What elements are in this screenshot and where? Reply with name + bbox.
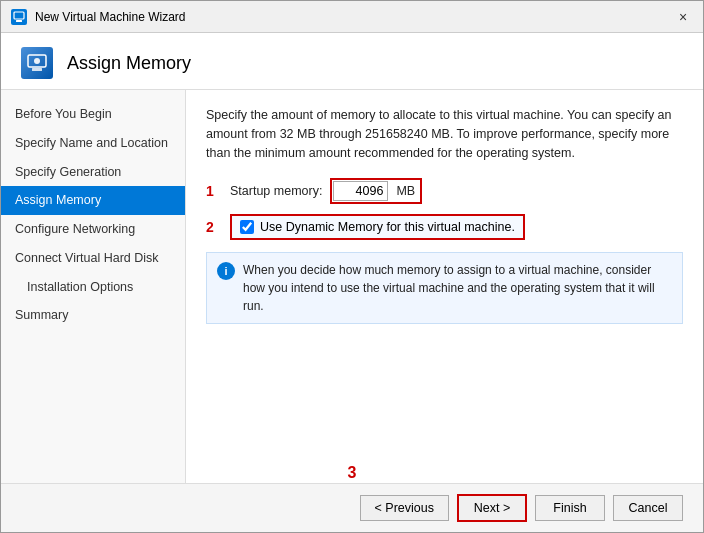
step-1-number: 1 — [206, 183, 222, 199]
info-text: When you decide how much memory to assig… — [243, 261, 672, 315]
startup-memory-label: Startup memory: — [230, 184, 322, 198]
sidebar-item-summary[interactable]: Summary — [1, 301, 185, 330]
finish-button[interactable]: Finish — [535, 495, 605, 521]
dynamic-memory-label[interactable]: Use Dynamic Memory for this virtual mach… — [260, 220, 515, 234]
step-2-number: 2 — [206, 219, 222, 235]
sidebar: Before You BeginSpecify Name and Locatio… — [1, 90, 186, 483]
svg-rect-0 — [14, 12, 24, 19]
dynamic-memory-checkbox-group[interactable]: Use Dynamic Memory for this virtual mach… — [230, 214, 525, 240]
content-area: Before You BeginSpecify Name and Locatio… — [1, 90, 703, 483]
title-bar-text: New Virtual Machine Wizard — [35, 10, 673, 24]
dynamic-memory-checkbox[interactable] — [240, 220, 254, 234]
close-button[interactable]: × — [673, 7, 693, 27]
previous-button[interactable]: < Previous — [360, 495, 449, 521]
header-section: Assign Memory — [1, 33, 703, 90]
step-3-number: 3 — [348, 464, 357, 482]
dynamic-memory-row: 2 Use Dynamic Memory for this virtual ma… — [206, 214, 683, 240]
description-text: Specify the amount of memory to allocate… — [206, 106, 683, 162]
header-icon — [21, 47, 53, 79]
sidebar-item-specify-name-location[interactable]: Specify Name and Location — [1, 129, 185, 158]
footer: 3 < Previous Next > Finish Cancel — [1, 483, 703, 532]
info-box: i When you decide how much memory to ass… — [206, 252, 683, 324]
sidebar-item-assign-memory[interactable]: Assign Memory — [1, 186, 185, 215]
main-content: Specify the amount of memory to allocate… — [186, 90, 703, 483]
sidebar-item-connect-virtual-hard-disk[interactable]: Connect Virtual Hard Disk — [1, 244, 185, 273]
svg-rect-1 — [16, 20, 22, 22]
sidebar-item-specify-generation[interactable]: Specify Generation — [1, 158, 185, 187]
info-icon: i — [217, 262, 235, 280]
cancel-button[interactable]: Cancel — [613, 495, 683, 521]
sidebar-item-before-you-begin[interactable]: Before You Begin — [1, 100, 185, 129]
memory-unit: MB — [392, 184, 419, 198]
startup-memory-input[interactable] — [333, 181, 388, 201]
title-bar: New Virtual Machine Wizard × — [1, 1, 703, 33]
next-button[interactable]: Next > — [457, 494, 527, 522]
title-bar-icon — [11, 9, 27, 25]
svg-rect-3 — [32, 68, 42, 71]
wizard-window: New Virtual Machine Wizard × Assign Memo… — [0, 0, 704, 533]
sidebar-item-installation-options[interactable]: Installation Options — [1, 273, 185, 302]
memory-input-group: MB — [330, 178, 422, 204]
header-title: Assign Memory — [67, 53, 191, 74]
startup-memory-row: 1 Startup memory: MB — [206, 178, 683, 204]
sidebar-item-configure-networking[interactable]: Configure Networking — [1, 215, 185, 244]
svg-point-4 — [34, 58, 40, 64]
